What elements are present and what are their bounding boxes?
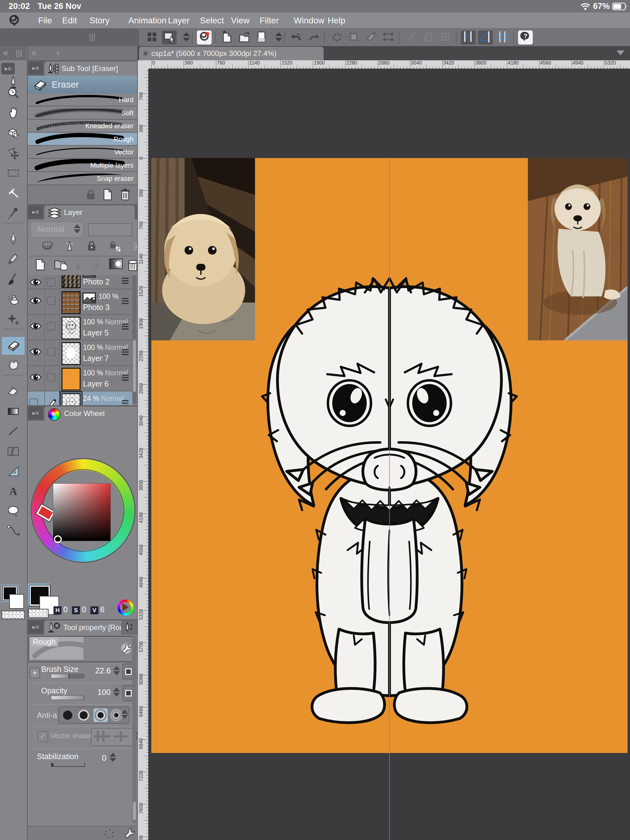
- eye-icon[interactable]: [29, 322, 43, 332]
- select-area-button[interactable]: [347, 30, 361, 44]
- property-scrollbar[interactable]: [132, 636, 136, 823]
- layer-row-layer-5[interactable]: 100 % NormalLayer 5: [27, 315, 132, 340]
- lock-icon[interactable]: [85, 189, 96, 201]
- layer-mode-lock[interactable]: [86, 240, 97, 253]
- checkbox-icon[interactable]: [47, 278, 56, 288]
- eye-icon[interactable]: [29, 278, 43, 288]
- strip-transparent-swatch[interactable]: [2, 611, 25, 619]
- ruler-parallel-button[interactable]: [495, 30, 510, 44]
- layer-row-layer-7[interactable]: 100 % NormalLayer 7: [27, 340, 132, 366]
- tab-layer[interactable]: Layer: [44, 205, 135, 219]
- pages-button[interactable]: [254, 30, 269, 44]
- collapse-left-icon[interactable]: «: [3, 47, 8, 58]
- transform-button[interactable]: [381, 30, 396, 44]
- tool-pencil[interactable]: [2, 251, 25, 269]
- eye-icon[interactable]: [29, 373, 43, 383]
- tool-ruler[interactable]: [2, 463, 25, 481]
- snap-dots-button[interactable]: [329, 30, 344, 44]
- clip-studio-home-button[interactable]: [197, 30, 212, 44]
- redo-button[interactable]: [306, 30, 321, 44]
- tool-hand[interactable]: [2, 105, 25, 123]
- layer-action-new-layer[interactable]: [35, 258, 46, 272]
- panel-menu-icon[interactable]: ▸≡: [29, 62, 43, 74]
- sv-square[interactable]: [53, 483, 111, 541]
- panel-menu-icon[interactable]: ▸≡: [29, 407, 43, 419]
- snap-perspective-button[interactable]: [421, 30, 435, 44]
- stabilization-value[interactable]: 0: [97, 753, 106, 763]
- vector-eraser-checkbox[interactable]: ✓: [38, 731, 48, 742]
- tool-pen[interactable]: [2, 231, 25, 249]
- subtool-item-vector[interactable]: Vector: [27, 146, 137, 159]
- aa-none-option[interactable]: [62, 709, 74, 721]
- tool-airbrush[interactable]: [2, 291, 25, 309]
- spinner-icon[interactable]: [109, 753, 116, 762]
- aa-strong-option[interactable]: [110, 709, 122, 721]
- grip-icon[interactable]: [16, 50, 23, 57]
- menu-filter[interactable]: Filter: [260, 16, 279, 25]
- opacity-value[interactable]: 100: [92, 687, 111, 697]
- subtool-item-kneaded-eraser[interactable]: Kneaded eraser: [27, 120, 137, 133]
- tool-eraser[interactable]: [2, 337, 25, 355]
- reset-icon[interactable]: [103, 828, 115, 840]
- tool-object[interactable]: [2, 125, 25, 143]
- subtool-item-multiple-layers[interactable]: Multiple layers: [27, 159, 137, 172]
- checkbox-icon[interactable]: [47, 373, 56, 383]
- vector-eraser-mode[interactable]: [91, 728, 133, 746]
- deselect-paint-button[interactable]: [364, 30, 378, 44]
- subtool-item-hard[interactable]: Hard: [27, 93, 137, 106]
- layer-mode-clipping[interactable]: [41, 240, 54, 252]
- collapse-single-icon[interactable]: ‹: [57, 47, 60, 58]
- menu-help[interactable]: Help: [328, 16, 345, 25]
- layer-row-layer-6[interactable]: 100 % NormalLayer 6: [27, 366, 132, 392]
- aa-middle-option[interactable]: [93, 708, 108, 722]
- menu-layer[interactable]: Layer: [168, 16, 190, 25]
- spinner-button[interactable]: [179, 30, 194, 44]
- layer-menu-icon[interactable]: [121, 348, 129, 357]
- layer-mode-lock-alpha[interactable]: [109, 240, 121, 253]
- checkbox-icon[interactable]: [47, 322, 56, 332]
- help-button[interactable]: ?: [518, 30, 533, 44]
- snap-ruler-button[interactable]: [404, 30, 418, 44]
- menu-window[interactable]: Window: [294, 16, 324, 25]
- opacity-slider[interactable]: [51, 695, 84, 700]
- checkbox-icon[interactable]: [47, 347, 56, 358]
- panel-menu-icon[interactable]: ▸≡: [29, 621, 43, 633]
- wrench-icon[interactable]: [123, 827, 135, 840]
- tool-frame-border[interactable]: [2, 443, 25, 461]
- brush-size-value[interactable]: 22.6: [92, 666, 111, 676]
- wrench-icon[interactable]: [120, 642, 133, 655]
- layer-scrollbar[interactable]: [132, 275, 136, 404]
- scrollbar-thumb[interactable]: [133, 802, 136, 820]
- layer-menu-icon[interactable]: [121, 323, 129, 332]
- undo-button[interactable]: [289, 30, 304, 44]
- tool-decoration[interactable]: [2, 311, 25, 329]
- grip-icon[interactable]: [89, 33, 96, 41]
- blend-mode-select[interactable]: Normal: [30, 221, 84, 238]
- menu-edit[interactable]: Edit: [62, 16, 77, 25]
- checkbox-icon[interactable]: [47, 296, 56, 306]
- layer-action-new-folder[interactable]: [54, 258, 67, 272]
- panel-menu-icon[interactable]: ▸≡: [1, 63, 15, 74]
- document-tab[interactable]: csp1a* (5600 x 7000px 300dpi 27.4%): [139, 47, 324, 60]
- tool-blend[interactable]: [2, 357, 25, 375]
- layer-menu-icon[interactable]: [121, 297, 129, 306]
- menu-story[interactable]: Story: [90, 16, 109, 25]
- spinner-icon[interactable]: [113, 666, 120, 675]
- layer-menu-icon[interactable]: [121, 277, 129, 286]
- canvas-viewport[interactable]: [148, 69, 630, 840]
- tool-eyedropper[interactable]: [2, 205, 25, 223]
- ruler-straight-button[interactable]: [461, 30, 476, 44]
- menu-select[interactable]: Select: [200, 16, 224, 25]
- tool-gradient[interactable]: [2, 403, 25, 421]
- panel-menu-icon[interactable]: ▸≡: [29, 206, 43, 218]
- clip-studio-logo[interactable]: [8, 14, 20, 28]
- brush-size-slider[interactable]: [51, 674, 84, 678]
- subtool-item-rough[interactable]: Rough: [27, 133, 137, 146]
- new-file-button[interactable]: [220, 30, 234, 44]
- sv-marker[interactable]: [54, 535, 62, 543]
- spinner-icon[interactable]: [113, 687, 120, 697]
- layer-action-trash[interactable]: [127, 258, 138, 273]
- tool-line[interactable]: [2, 423, 25, 441]
- menu-animation[interactable]: Animation: [128, 16, 167, 25]
- spinner-icon[interactable]: [74, 224, 81, 234]
